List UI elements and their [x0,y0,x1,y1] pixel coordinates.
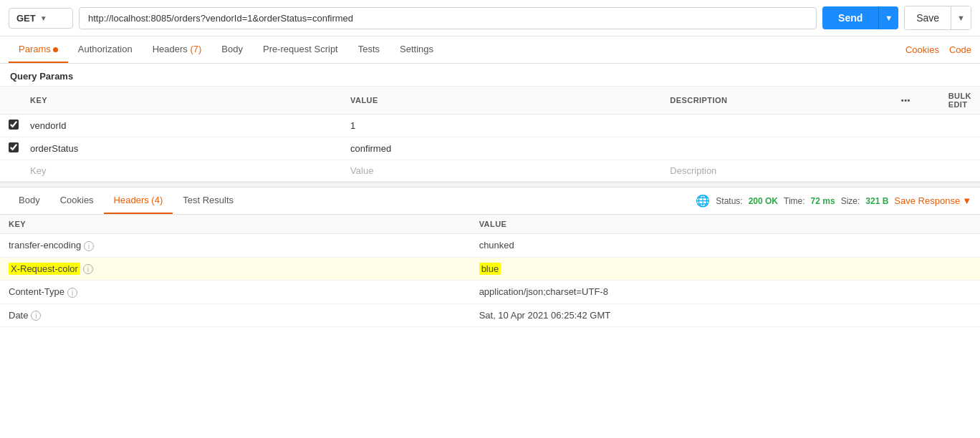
placeholder-extra [940,160,980,182]
row1-value: 1 [342,115,661,137]
resp-row3-key: Datei [0,303,471,327]
top-bar: GET ▼ Send ▼ Save ▼ [0,0,980,36]
th-key: KEY [21,87,342,115]
row2-desc [661,137,893,160]
resp-table-row: DateiSat, 10 Apr 2021 06:25:42 GMT [0,303,980,327]
table-row-placeholder: Key Value Description [0,160,980,182]
method-selector[interactable]: GET ▼ [9,8,73,29]
info-icon: i [83,264,93,274]
code-link[interactable]: Code [949,44,971,55]
method-chevron: ▼ [40,14,47,22]
th-checkbox [0,87,21,115]
method-value: GET [16,13,36,24]
resp-row1-value: blue [471,257,980,281]
tab-tests[interactable]: Tests [348,36,390,63]
save-dropdown-button[interactable]: ▼ [951,6,971,29]
info-icon: i [84,241,94,251]
row2-checkbox-cell [0,137,21,160]
placeholder-checkbox-cell [0,160,21,182]
save-button[interactable]: Save [905,6,951,29]
resp-row3-value: Sat, 10 Apr 2021 06:25:42 GMT [471,303,980,327]
tab-headers[interactable]: Headers (7) [143,36,212,63]
th-bulk-edit[interactable]: Bulk Edit [940,87,980,115]
resp-table-row: Content-Typeiapplication/json;charset=UT… [0,281,980,304]
query-params-table: KEY VALUE DESCRIPTION ••• Bulk Edit vend… [0,87,980,182]
placeholder-key[interactable]: Key [21,160,342,182]
resp-th-value: VALUE [471,215,980,234]
time-label: Time: [784,196,805,206]
save-button-group: Save ▼ [904,6,971,30]
th-value: VALUE [342,87,661,115]
row1-act [893,115,940,137]
send-button-group: Send ▼ [822,6,898,29]
resp-table-row: X-Request-coloriblue [0,257,980,281]
response-tabs-bar: Body Cookies Headers (4) Test Results 🌐 … [0,188,980,215]
placeholder-desc[interactable]: Description [661,160,893,182]
url-input[interactable] [79,7,817,29]
response-status-bar: 🌐 Status: 200 OK Time: 72 ms Size: 321 B… [696,194,971,208]
resp-row0-value: chunked [471,234,980,258]
highlight-key-span: X-Request-color [9,263,80,275]
info-icon: i [67,288,77,298]
tab-right-links: Cookies Code [905,44,971,55]
info-icon: i [31,311,41,321]
table-row: vendorId 1 [0,115,980,137]
section-divider [0,182,980,188]
resp-tab-headers[interactable]: Headers (4) [104,188,173,214]
size-label: Size: [841,196,860,206]
resp-tab-body[interactable]: Body [9,188,50,214]
send-button[interactable]: Send [822,6,878,29]
tab-body[interactable]: Body [211,36,253,63]
highlight-value-span: blue [479,263,501,275]
status-label: Status: [716,196,742,206]
cookies-link[interactable]: Cookies [905,44,939,55]
time-value: 72 ms [811,196,835,206]
tab-authorization[interactable]: Authorization [68,36,143,63]
send-dropdown-button[interactable]: ▼ [878,6,898,29]
resp-row2-value: application/json;charset=UTF-8 [471,281,980,304]
resp-row1-key: X-Request-colori [0,257,471,281]
row1-checkbox[interactable] [9,120,19,130]
row1-desc [661,115,893,137]
placeholder-act [893,160,940,182]
tab-settings[interactable]: Settings [390,36,443,63]
placeholder-value[interactable]: Value [342,160,661,182]
resp-row2-key: Content-Typei [0,281,471,304]
save-response-button[interactable]: Save Response ▼ [894,195,971,206]
row2-extra [940,137,980,160]
resp-table-row: transfer-encodingichunked [0,234,980,258]
query-params-header: Query Params [0,64,980,87]
tab-pre-request-script[interactable]: Pre-request Script [253,36,348,63]
row1-checkbox-cell [0,115,21,137]
resp-row0-key: transfer-encodingi [0,234,471,258]
row2-key: orderStatus [21,137,342,160]
row1-key: vendorId [21,115,342,137]
resp-tab-cookies[interactable]: Cookies [50,188,104,214]
size-value: 321 B [865,196,888,206]
params-dot [53,47,58,52]
tab-params[interactable]: Params [9,36,68,63]
globe-icon: 🌐 [696,194,710,208]
row2-act [893,137,940,160]
resp-tab-test-results[interactable]: Test Results [173,188,244,214]
row2-checkbox[interactable] [9,142,19,152]
row1-extra [940,115,980,137]
th-description: DESCRIPTION [661,87,893,115]
status-value: 200 OK [749,196,778,206]
resp-th-key: KEY [0,215,471,234]
response-headers-table: KEY VALUE transfer-encodingichunkedX-Req… [0,215,980,327]
table-row: orderStatus confirmed [0,137,980,160]
th-dots: ••• [893,87,940,115]
request-tabs: Params Authorization Headers (7) Body Pr… [0,36,980,64]
row2-value: confirmed [342,137,661,160]
